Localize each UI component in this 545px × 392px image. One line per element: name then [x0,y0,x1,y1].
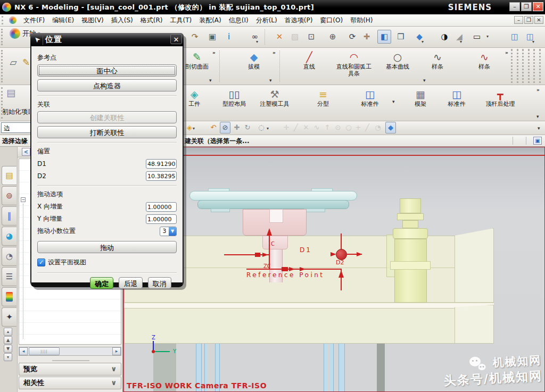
group-overflow[interactable]: » [505,50,508,55]
navigator-hscrollbar[interactable]: ◂ |||| ▸ [19,347,121,356]
toolbar-grip[interactable] [1,50,3,82]
tab-constraint-navigator[interactable]: ⊚ [2,186,16,205]
filter-dropdown-arrow[interactable]: ▾ [193,126,195,131]
graphics-window[interactable]: C ZC D1 D2 Reference Point Z Y TFR-ISO W… [123,147,545,392]
line-button[interactable]: ╱ 直线 [291,50,328,71]
preview-section[interactable]: 预览 ∨ [19,363,121,376]
toolbar-grip[interactable] [1,29,3,45]
ref-handle-box[interactable] [282,267,288,271]
tab-internet-explorer[interactable]: ◕ [2,227,16,246]
doc-restore-button[interactable]: ❐ [524,16,533,24]
cancel-button[interactable]: 取消 [148,277,171,289]
resource-scroll-top[interactable]: ▴ [4,328,12,336]
clip-wedge-icon[interactable]: ◢ [452,30,466,44]
y-increment-input[interactable]: 1.00000 [146,214,177,224]
drag-decimals-select[interactable]: 3 ▼ [160,227,177,236]
resource-scroll-up[interactable]: ▲ [4,336,12,344]
menu-analysis[interactable]: 分析(L) [252,15,281,26]
snap-existing-icon[interactable]: ╱ [362,122,373,134]
group-dropdown[interactable]: ▾ [536,114,539,119]
rotate-view-icon[interactable]: ⟳ [345,30,359,44]
tab-history[interactable]: ◔ [2,247,16,266]
back-button[interactable]: 后退 [119,277,142,289]
snapbar-dropdown[interactable]: ▾ [538,126,540,131]
restore-button[interactable]: ❐ [521,2,532,11]
minimize-button[interactable]: – [509,2,520,11]
group-dropdown[interactable]: ▾ [209,78,212,83]
panel-splitter[interactable] [18,358,123,363]
studio-spline-button[interactable]: ∿ 样条 [466,50,503,71]
tab-visualization[interactable] [2,287,16,306]
drag-button[interactable]: 拖动 [37,241,177,253]
group-dropdown[interactable]: ▾ [423,78,426,83]
menu-tools[interactable]: 工具(T) [166,15,195,26]
menu-information[interactable]: 信息(I) [225,15,252,26]
ejector-post-button[interactable]: ┳ 顶杆后处理 [482,87,519,108]
snap-endpoint-icon[interactable]: ╱ [291,122,301,134]
set-plane-view-checkbox[interactable]: ✓ [37,258,45,266]
menu-preferences[interactable]: 首选项(P) [281,15,317,26]
face-center-button[interactable]: 面中心 [37,64,177,77]
menu-view[interactable]: 视图(V) [78,15,108,26]
scroll-left-icon[interactable]: ◂ [19,347,28,355]
select-back-icon[interactable]: ↶ [208,122,219,134]
panel-collapse-button[interactable]: < [22,148,30,156]
line-arc-toolbar-button[interactable]: ◠ 直线和圆弧工具条 [335,50,373,77]
chevron-down-icon[interactable]: ∨ [111,377,117,389]
snap-midpoint-icon[interactable]: ✕ [301,122,311,134]
doc-minimize-button[interactable]: – [514,16,523,24]
x-increment-input[interactable]: 1.00000 [146,202,177,212]
resource-scroll-bottom[interactable]: ▾ [4,353,12,361]
basic-curves-button[interactable]: ○ 基本曲线 [379,50,416,71]
restore-view-window-icon[interactable]: ▣ [533,137,542,145]
information-icon[interactable]: i [222,30,236,44]
move-handle-icon[interactable]: ✚ [232,122,242,134]
snap-point-icon[interactable]: ✛ [281,122,292,134]
break-associativity-button[interactable]: 打断关联性 [37,126,177,138]
tab-system-materials[interactable]: ☰ [2,267,16,286]
clip-section-icon[interactable]: ◫ [508,30,522,44]
group-overflow[interactable]: » [212,50,216,55]
document-icon[interactable]: ▤ [6,87,15,98]
doc-close-button[interactable]: ✕ [534,16,543,24]
standard-parts-button[interactable]: ◫ 标准件 [351,87,389,108]
highlighted-edge[interactable] [124,155,544,156]
draft-button[interactable]: ◆ 拔模 [235,50,272,71]
dim-handle-box[interactable] [255,253,260,257]
fit-view-icon[interactable]: ✕ [272,30,286,44]
resource-scroll-down[interactable]: ▼ [4,345,12,353]
tab-part-navigator[interactable]: ‖ [2,206,16,226]
group-overflow[interactable]: » [536,87,540,93]
mold-tools-button[interactable]: ⚒ 注塑模工具 [256,87,293,108]
background-dropdown-arrow[interactable]: ▾ [486,34,489,39]
shaded-dropdown-arrow[interactable]: ▾ [422,39,424,44]
snap-quadrant-icon[interactable]: ◔ [373,122,383,134]
clip-dropdown-arrow[interactable]: ▾ [532,39,534,44]
dialog-title-bar[interactable]: ➤ 位置 ✕ [30,33,184,46]
menu-grip[interactable] [2,16,5,24]
shaded-style-icon[interactable]: ◆ [412,30,426,44]
find-icon[interactable]: ∞ [248,30,262,44]
menu-help[interactable]: 帮助(H) [346,15,376,26]
menu-edit[interactable]: 编辑(E) [48,15,78,26]
redo-icon[interactable]: ↷ [188,30,202,44]
snap-pole-icon[interactable]: ∿ [311,122,322,134]
drag-handle-ball[interactable] [336,249,347,260]
snap-center-icon[interactable]: ⊙ [333,122,343,134]
dialog-close-icon[interactable]: ✕ [170,34,182,44]
background-icon[interactable]: ▭ [470,30,484,44]
scroll-right-icon[interactable]: ▸ [112,347,121,355]
close-button[interactable]: ✕ [533,2,543,11]
zoom-inout-icon[interactable]: ⊕ [326,30,340,44]
spline-button[interactable]: ∿ 样条 [419,50,456,71]
dependencies-section[interactable]: 相关性 ∨ [19,377,121,389]
render-style-icon[interactable]: ◑ [437,30,451,44]
standard-parts-2-button[interactable]: ◫ 标准件 [438,87,475,108]
new-window-icon[interactable]: ▣ [205,30,219,44]
perspective-icon[interactable]: ◧ [377,30,391,44]
solid-body-icon[interactable]: ◆ [385,122,396,134]
wedge-dropdown-arrow[interactable]: ▾ [460,39,462,44]
sketch-icon[interactable]: ▱ [6,55,20,69]
menu-insert[interactable]: 插入(S) [108,15,137,26]
snap-circle-icon[interactable]: ○ [343,122,354,134]
